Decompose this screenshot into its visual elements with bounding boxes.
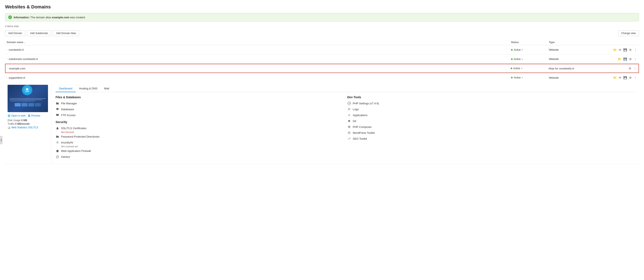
items-count: 4 items total <box>5 25 639 28</box>
svg-rect-3 <box>56 128 58 130</box>
banner-text: Information: The domain alias example.co… <box>14 16 86 19</box>
php-settings-item[interactable]: PHP PHP Settings (v7.4.6) <box>347 102 635 105</box>
page-title: Websites & Domains <box>5 4 639 10</box>
web-stats-link[interactable]: 📊 Web Statistics SSL/TLS <box>8 126 48 129</box>
svg-text:PHP: PHP <box>348 103 351 104</box>
info-banner: ✓ Information: The domain alias example.… <box>5 13 639 22</box>
folder-action-voorbeeld[interactable]: 📁 <box>613 48 617 52</box>
mail-action-voorbeeld[interactable]: ✉ <box>618 48 622 52</box>
domains-table: Domain name ↓ Status Type › voorbeeld.nl… <box>5 40 639 164</box>
chart-icon <box>347 137 351 140</box>
actions-header <box>612 41 637 44</box>
domain-name-subdomein[interactable]: subdomein.voorbeeld.nl <box>9 58 38 60</box>
detail-panel: Dashboard Hosting & DNS Mail Files & Dat… <box>51 82 639 164</box>
folder-action-supporttest[interactable]: 📁 <box>613 76 617 80</box>
status-arrow-subdomein: ▾ <box>522 58 523 60</box>
svg-point-5 <box>57 142 58 143</box>
shield-check-icon <box>56 155 59 158</box>
applications-item[interactable]: Applications <box>347 113 635 117</box>
domain-row-subdomein: › subdomein.voorbeeld.nl Active ▾ Websit… <box>5 54 639 64</box>
db-action-supporttest[interactable]: 💾 <box>623 76 627 80</box>
file-manager-item[interactable]: File Manager <box>56 102 343 105</box>
password-dirs-item[interactable]: Password-Protected Directories <box>56 135 343 138</box>
files-section-title: Files & Databases <box>56 96 343 99</box>
domain-row-supporttest: › supporttest.nl Active ▾ Website 📁 ✉ 💾 … <box>5 73 639 82</box>
detail-right-col: Dev Tools PHP PHP Settings (v7.4.6) <box>347 96 635 161</box>
tab-dashboard[interactable]: Dashboard <box>56 85 76 92</box>
settings-action-example[interactable]: ⚙ <box>628 66 632 70</box>
toolbar: Add Domain Add Subdomain Add Domain Alia… <box>5 30 639 36</box>
gear-icon <box>56 140 59 144</box>
status-arrow-example: ▾ <box>521 67 522 70</box>
folder-icon <box>56 102 59 105</box>
db-action-voorbeeld[interactable]: 💾 <box>623 48 627 52</box>
status-badge-example[interactable]: Active ▾ <box>510 67 522 70</box>
ssl-item[interactable]: SSL/TLS Certificates <box>56 126 343 130</box>
svg-rect-4 <box>57 136 58 137</box>
status-dot-subdomein <box>511 58 513 60</box>
logs-item[interactable]: Logs <box>347 107 635 111</box>
preview-thumbnail <box>8 85 48 112</box>
shield-icon <box>56 149 59 153</box>
lock-icon <box>56 126 59 130</box>
type-header: Type <box>549 41 612 44</box>
monitor-icon <box>56 113 59 117</box>
databases-item[interactable]: Databases <box>56 107 343 111</box>
php-icon: PHP <box>347 102 351 105</box>
settings-action-supporttest[interactable]: ⚙ <box>629 76 632 80</box>
seo-toolkit-item[interactable]: SEO Toolkit <box>347 137 635 140</box>
waf-item[interactable]: Web Application Firewall <box>56 149 343 153</box>
status-dot-example <box>510 68 512 69</box>
advisor-item[interactable]: Advisor <box>56 155 343 158</box>
traffic-info: Traffic 0 MB/month <box>8 122 48 126</box>
folder-action-subdomein[interactable]: 📁 <box>617 57 622 61</box>
status-badge-voorbeeld[interactable]: Active ▾ <box>511 48 523 51</box>
db-action-subdomein[interactable]: 💾 <box>623 57 627 61</box>
imunifyav-item[interactable]: ImunifyAV <box>56 140 343 144</box>
lines-icon <box>347 107 351 111</box>
status-badge-supporttest[interactable]: Active ▾ <box>511 76 523 79</box>
domain-name-voorbeeld[interactable]: voorbeeld.nl <box>9 48 24 51</box>
more-action-example[interactable]: ⋮ <box>633 66 637 70</box>
status-header: Status <box>511 41 549 44</box>
tab-mail[interactable]: Mail <box>101 85 112 92</box>
preview-icon: 🖼 <box>28 114 30 117</box>
domain-name-example[interactable]: example.com <box>9 67 25 70</box>
preview-panel: 🌐 Open in web 🖼 Preview Disk Usage 0 MB <box>5 82 51 164</box>
more-action-voorbeeld[interactable]: ⋮ <box>634 48 637 52</box>
domain-name-supporttest[interactable]: supporttest.nl <box>9 76 25 79</box>
chart-icon: 📊 <box>8 126 10 129</box>
expanded-content-supporttest: 🌐 Open in web 🖼 Preview Disk Usage 0 MB <box>5 82 639 164</box>
more-action-supporttest[interactable]: ⋮ <box>634 76 637 80</box>
ftp-item[interactable]: FTP Access <box>56 113 343 117</box>
wordpress-toolkit-item[interactable]: WordPress Toolkit <box>347 131 635 135</box>
add-domain-button[interactable]: Add Domain <box>5 30 25 36</box>
detail-sections: Files & Databases File Manager <box>56 96 635 161</box>
settings-action-voorbeeld[interactable]: ⚙ <box>629 48 632 52</box>
chevron-icon-subdomein[interactable]: › <box>7 58 7 60</box>
git-item[interactable]: Git <box>347 119 635 123</box>
change-view-button[interactable]: Change view <box>618 30 639 36</box>
add-subdomain-button[interactable]: Add Subdomain <box>27 30 51 36</box>
mail-action-supporttest[interactable]: ✉ <box>618 76 622 80</box>
settings-action-subdomein[interactable]: ⚙ <box>629 57 632 61</box>
domain-row-example: › example.com Active ▾ Alias for voorbee… <box>5 64 639 73</box>
tab-hosting-dns[interactable]: Hosting & DNS <box>76 85 101 92</box>
chevron-icon-supporttest[interactable]: › <box>6 77 8 78</box>
status-badge-subdomein[interactable]: Active ▾ <box>511 58 523 60</box>
add-domain-alias-button[interactable]: Add Domain Alias <box>53 30 79 36</box>
devtools-section-title: Dev Tools <box>347 96 635 99</box>
type-subdomein: Website <box>549 58 612 60</box>
php-circle-icon <box>347 125 351 129</box>
sidebar-toggle[interactable]: ❮ <box>0 136 2 144</box>
chevron-icon-voorbeeld[interactable]: › <box>7 48 7 51</box>
detail-tabs: Dashboard Hosting & DNS Mail <box>56 85 635 92</box>
type-example: Alias for voorbeeld.nl <box>548 67 612 70</box>
domain-name-header[interactable]: Domain name ↓ <box>7 41 511 44</box>
chevron-icon-example[interactable]: › <box>7 67 8 70</box>
diamond-icon <box>347 119 351 123</box>
more-action-subdomein[interactable]: ⋮ <box>634 57 637 61</box>
open-in-web-link[interactable]: 🌐 Open in web <box>8 114 26 117</box>
preview-link[interactable]: 🖼 Preview <box>28 114 40 117</box>
php-composer-item[interactable]: PHP Composer <box>347 125 635 129</box>
